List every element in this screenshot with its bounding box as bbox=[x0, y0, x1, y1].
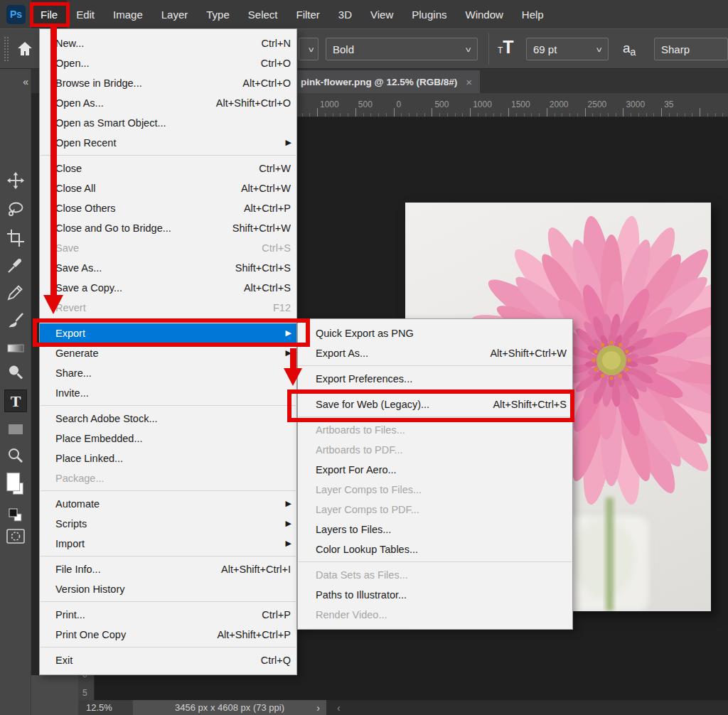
menu-item-layer-comps-to-files[interactable]: Layer Comps to Files... bbox=[298, 480, 572, 500]
menu-item-close-others[interactable]: Close OthersAlt+Ctrl+P bbox=[40, 198, 296, 218]
menu-item-print[interactable]: Print...Ctrl+P bbox=[40, 605, 296, 625]
menu-item-save-a-copy[interactable]: Save a Copy...Alt+Ctrl+S bbox=[40, 278, 296, 298]
menu-item-invite[interactable]: Invite... bbox=[40, 383, 296, 403]
menu-item-version-history[interactable]: Version History bbox=[40, 579, 296, 599]
ruler-tick bbox=[439, 113, 440, 117]
home-icon[interactable] bbox=[16, 41, 33, 57]
ruler-tick bbox=[547, 108, 547, 117]
brush-tool[interactable] bbox=[5, 310, 26, 331]
gradient-tool[interactable] bbox=[5, 338, 26, 359]
menu-item-search-adobe-stock[interactable]: Search Adobe Stock... bbox=[40, 409, 296, 429]
menu-item-label: Layers to Files... bbox=[316, 524, 567, 535]
menubar-item-3d[interactable]: 3D bbox=[329, 0, 361, 28]
ruler-tick bbox=[555, 113, 555, 117]
menu-item-place-embedded[interactable]: Place Embedded... bbox=[40, 429, 296, 448]
menu-item-revert[interactable]: RevertF12 bbox=[40, 298, 296, 318]
menu-item-layers-to-files[interactable]: Layers to Files... bbox=[298, 520, 572, 539]
quick-mask-button[interactable] bbox=[5, 525, 26, 547]
menu-item-close-all[interactable]: Close AllAlt+Ctrl+W bbox=[40, 178, 296, 198]
menubar-item-select[interactable]: Select bbox=[239, 0, 287, 28]
menubar-item-image[interactable]: Image bbox=[104, 0, 152, 28]
menu-item-close[interactable]: CloseCtrl+W bbox=[40, 158, 296, 178]
menu-item-share[interactable]: Share... bbox=[40, 363, 296, 383]
menu-item-artboards-to-pdf[interactable]: Artboards to PDF... bbox=[298, 440, 572, 460]
menubar-item-view[interactable]: View bbox=[361, 0, 402, 28]
status-expand-icon[interactable]: › bbox=[316, 702, 320, 714]
eyedropper-tool[interactable] bbox=[5, 254, 26, 276]
menu-item-place-linked[interactable]: Place Linked... bbox=[40, 448, 296, 468]
rectangle-tool[interactable] bbox=[5, 419, 26, 440]
scroll-left-icon[interactable]: ‹ bbox=[337, 702, 341, 714]
menu-item-file-info[interactable]: File Info...Alt+Shift+Ctrl+I bbox=[40, 559, 296, 579]
menu-item-automate[interactable]: Automate▶ bbox=[40, 494, 296, 514]
collapse-panel-icon[interactable]: « bbox=[23, 76, 27, 87]
menu-item-open-as-smart-object[interactable]: Open as Smart Object... bbox=[40, 113, 296, 133]
menu-item-label: Close Others bbox=[55, 203, 244, 214]
lasso-tool[interactable] bbox=[5, 199, 26, 220]
font-size-dropdown[interactable]: 69 pt ∨ bbox=[526, 38, 609, 60]
document-size-text: 3456 px x 4608 px (73 ppi) bbox=[175, 702, 284, 713]
menubar-item-filter[interactable]: Filter bbox=[287, 0, 329, 28]
menubar-item-type[interactable]: Type bbox=[197, 0, 239, 28]
ruler-tick bbox=[685, 113, 685, 117]
menu-item-artboards-to-files[interactable]: Artboards to Files... bbox=[298, 420, 572, 440]
document-tab[interactable]: pink-flower.png @ 12.5% (RGB/8#) × bbox=[293, 70, 480, 93]
menu-item-save[interactable]: SaveCtrl+S bbox=[40, 238, 296, 258]
menu-item-print-one-copy[interactable]: Print One CopyAlt+Shift+Ctrl+P bbox=[40, 625, 296, 645]
font-style-dropdown[interactable]: Bold ∨ bbox=[326, 38, 478, 60]
type-tool[interactable]: T bbox=[5, 390, 26, 412]
move-tool[interactable] bbox=[5, 170, 26, 191]
crop-tool[interactable] bbox=[5, 227, 26, 249]
menu-separator bbox=[40, 645, 296, 650]
document-info[interactable]: 3456 px x 4608 px (73 ppi) › bbox=[133, 700, 326, 715]
menubar-item-window[interactable]: Window bbox=[456, 0, 512, 28]
default-colors-icon[interactable] bbox=[5, 505, 26, 526]
ruler-tick bbox=[646, 113, 647, 117]
menu-item-color-lookup-tables[interactable]: Color Lookup Tables... bbox=[298, 539, 572, 559]
anti-alias-dropdown[interactable]: Sharp bbox=[654, 38, 728, 60]
menu-item-export-preferences[interactable]: Export Preferences... bbox=[298, 369, 572, 389]
menubar-item-layer[interactable]: Layer bbox=[152, 0, 198, 28]
menu-item-open-as[interactable]: Open As...Alt+Shift+Ctrl+O bbox=[40, 93, 296, 113]
menu-item-render-video[interactable]: Render Video... bbox=[298, 605, 572, 625]
color-swatches[interactable] bbox=[5, 470, 26, 504]
ruler-tick bbox=[340, 113, 341, 117]
menu-item-save-as[interactable]: Save As...Shift+Ctrl+S bbox=[40, 258, 296, 278]
horizontal-scrollbar[interactable]: ‹ bbox=[326, 700, 728, 715]
ruler-tick bbox=[325, 113, 326, 117]
ruler-tick bbox=[386, 113, 387, 117]
menu-item-import[interactable]: Import▶ bbox=[40, 534, 296, 554]
zoom-tool[interactable] bbox=[5, 445, 26, 466]
close-tab-icon[interactable]: × bbox=[466, 76, 472, 88]
menu-item-scripts[interactable]: Scripts▶ bbox=[40, 514, 296, 534]
menu-item-browse-in-bridge[interactable]: Browse in Bridge...Alt+Ctrl+O bbox=[40, 73, 296, 93]
submenu-arrow-icon: ▶ bbox=[286, 138, 291, 147]
menu-item-new[interactable]: New...Ctrl+N bbox=[40, 33, 296, 53]
zoom-level-field[interactable]: 12.5% bbox=[78, 700, 133, 715]
panel-dock bbox=[31, 675, 78, 715]
pencil-tool[interactable] bbox=[5, 281, 26, 303]
menu-item-close-and-go-to-bridge[interactable]: Close and Go to Bridge...Shift+Ctrl+W bbox=[40, 218, 296, 238]
grip-handle[interactable] bbox=[4, 36, 9, 62]
flower-stem bbox=[606, 498, 614, 611]
document-tab-title: pink-flower.png @ 12.5% (RGB/8#) bbox=[301, 77, 457, 87]
ruler-tick bbox=[516, 113, 517, 117]
menubar-item-plugins[interactable]: Plugins bbox=[402, 0, 456, 28]
menubar-item-edit[interactable]: Edit bbox=[67, 0, 104, 28]
menu-item-export-as[interactable]: Export As...Alt+Shift+Ctrl+W bbox=[298, 343, 572, 363]
menu-item-layer-comps-to-pdf[interactable]: Layer Comps to PDF... bbox=[298, 500, 572, 520]
menu-item-paths-to-illustrator[interactable]: Paths to Illustrator... bbox=[298, 585, 572, 605]
ruler-tick bbox=[486, 113, 486, 117]
menu-item-data-sets-as-files[interactable]: Data Sets as Files... bbox=[298, 565, 572, 585]
ruler-tick bbox=[409, 113, 410, 117]
menubar-item-help[interactable]: Help bbox=[513, 0, 553, 28]
menu-item-shortcut: Ctrl+W bbox=[259, 163, 291, 174]
menu-item-open[interactable]: Open...Ctrl+O bbox=[40, 53, 296, 73]
dodge-tool[interactable] bbox=[5, 362, 26, 383]
menu-item-exit[interactable]: ExitCtrl+Q bbox=[40, 650, 296, 670]
font-family-dropdown[interactable]: ∨ bbox=[299, 38, 318, 60]
menu-item-open-recent[interactable]: Open Recent▶ bbox=[40, 133, 296, 153]
menu-item-package[interactable]: Package... bbox=[40, 468, 296, 488]
menu-item-quick-export-as-png[interactable]: Quick Export as PNG bbox=[298, 323, 572, 343]
menu-item-export-for-aero[interactable]: Export For Aero... bbox=[298, 460, 572, 480]
